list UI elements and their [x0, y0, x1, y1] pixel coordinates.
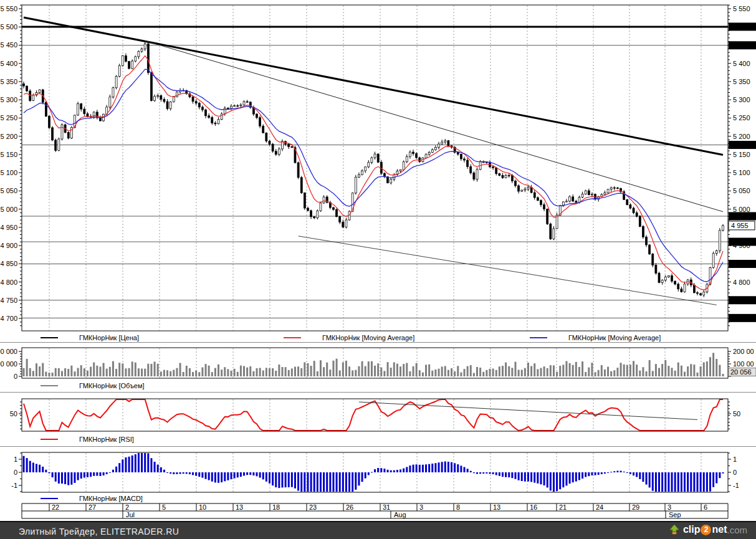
date-day-label: 23 — [309, 503, 317, 511]
volume-bar — [684, 372, 686, 376]
macd-bar — [380, 468, 382, 472]
rsi-panel[interactable]: 5050 — [10, 399, 741, 431]
candle-body — [211, 117, 213, 123]
macd-bar — [664, 472, 666, 492]
macd-bar — [406, 467, 408, 472]
price-axis-label-right: 5 150 — [733, 151, 750, 158]
legend-item[interactable]: ГМКНорНик [RSI] — [41, 434, 134, 444]
volume-bar — [61, 371, 63, 376]
candle-body — [508, 175, 510, 176]
macd-bar — [80, 472, 82, 479]
candle-body — [135, 57, 136, 61]
candle-body — [147, 44, 149, 72]
volume-bar — [99, 366, 101, 376]
macd-axis-label-left: 0 — [14, 469, 17, 476]
watermark-word-clip: clip — [683, 524, 701, 535]
volume-bar — [486, 370, 487, 376]
volume-bar — [23, 368, 25, 376]
volume-bar — [58, 368, 60, 376]
legend-label: ГМКНорНик [MACD] — [79, 495, 143, 502]
macd-bar — [64, 472, 66, 484]
price-panel[interactable]: 5 5505 5505 5005 5005 4505 4505 4005 400… — [0, 5, 756, 331]
date-day-label: 13 — [236, 503, 243, 511]
macd-bar — [540, 472, 542, 484]
candle-body — [138, 51, 140, 57]
date-day-label: 10 — [199, 503, 206, 511]
date-day-label: 3 — [419, 503, 423, 511]
macd-bar — [550, 472, 552, 490]
price-axis-label-left: 5 550 — [0, 5, 17, 12]
macd-bar — [224, 472, 226, 481]
level-price-tag-text: 4750.0 — [730, 297, 751, 304]
macd-bar — [495, 472, 497, 475]
volume-bar — [285, 367, 287, 376]
volume-bar — [438, 369, 440, 376]
legend-item[interactable]: ГМКНорНик [Объем] — [41, 381, 145, 390]
candle-body — [633, 208, 634, 213]
volume-bar — [269, 368, 270, 376]
date-month-label: Aug — [394, 511, 406, 518]
volume-bar — [700, 366, 702, 376]
legend-item[interactable]: ГМКНорНик [Moving Average] — [530, 333, 661, 342]
level-price-tag-text: 4701.1 — [730, 314, 751, 322]
macd-bar — [150, 458, 152, 472]
macd-bar — [543, 472, 545, 485]
candle-body — [358, 174, 360, 177]
candle-body — [55, 140, 57, 151]
candle-body — [591, 194, 593, 195]
volume-bar — [591, 363, 593, 376]
macd-bar — [323, 472, 325, 492]
volume-bar — [585, 372, 586, 376]
candle-body — [658, 273, 660, 282]
date-day-label: 31 — [383, 503, 390, 511]
candle-body — [502, 176, 504, 178]
volume-bar — [96, 366, 98, 376]
macd-bar — [511, 472, 513, 478]
macd-panel[interactable]: 1100-1-1 — [11, 452, 739, 492]
legend-item[interactable]: ГМКНорНик [Moving Average] — [284, 333, 414, 342]
volume-panel[interactable]: 00 00000 0000200 00100 0020 056 — [0, 348, 756, 380]
macd-bar — [508, 472, 510, 477]
candle-body — [300, 178, 302, 193]
candle-body — [636, 212, 638, 216]
candle-body — [464, 159, 466, 160]
price-axis-label-right: 5 550 — [733, 5, 750, 12]
price-axis-label-left: 5 500 — [0, 23, 17, 31]
macd-bar — [400, 469, 401, 472]
legend-item[interactable]: ГМКНорНик [Цена] — [41, 333, 139, 342]
candle-body — [361, 171, 363, 174]
price-axis-label-right: 5 350 — [733, 78, 750, 85]
volume-bar — [575, 362, 577, 376]
volume-bar — [562, 365, 564, 376]
macd-bar — [339, 472, 341, 492]
candle-body — [537, 198, 538, 201]
moving-average-line — [24, 69, 723, 282]
macd-bar — [441, 462, 443, 472]
candle-body — [569, 197, 571, 201]
legend-item[interactable]: ГМКНорНик [MACD] — [41, 494, 143, 503]
candle-body — [166, 102, 168, 108]
macd-bar — [524, 472, 526, 482]
candle-body — [419, 158, 421, 161]
clip2net-watermark-link[interactable]: clip2net.com — [669, 524, 747, 535]
volume-bar — [467, 366, 469, 376]
volume-bar — [118, 363, 120, 376]
price-axis-label-left: 5 050 — [0, 187, 17, 194]
macd-bar — [482, 472, 484, 474]
volume-bar — [243, 366, 245, 376]
volume-bar — [208, 366, 210, 376]
volume-bar — [495, 370, 497, 376]
volume-bar — [416, 363, 418, 376]
volume-bar — [425, 365, 427, 376]
macd-bar — [601, 472, 603, 474]
candle-body — [317, 211, 318, 217]
macd-bar — [23, 456, 25, 472]
volume-bar — [329, 370, 331, 376]
volume-bar — [674, 371, 676, 376]
volume-bar — [578, 367, 580, 376]
date-day-label: 27 — [89, 503, 96, 511]
volume-bar — [473, 373, 475, 376]
volume-bar — [125, 368, 127, 376]
candle-body — [157, 96, 159, 97]
volume-bar — [342, 362, 344, 376]
